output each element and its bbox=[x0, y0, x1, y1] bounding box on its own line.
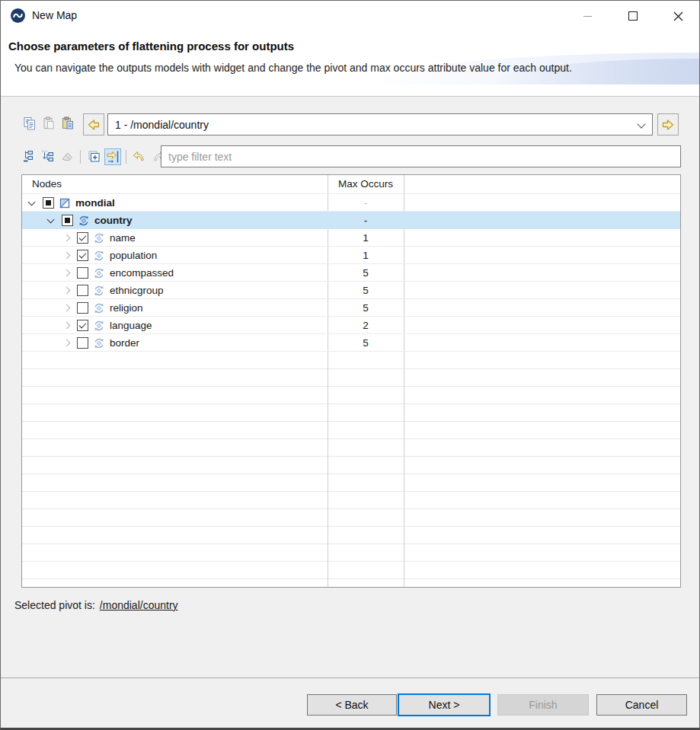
previous-output-arrow-icon bbox=[86, 117, 101, 132]
back-button[interactable]: < Back bbox=[307, 694, 397, 716]
tree-row-label: encompassed bbox=[110, 267, 174, 279]
tree-row-mondial[interactable]: mondial - bbox=[22, 194, 680, 212]
previous-output-button[interactable] bbox=[83, 113, 104, 135]
tree-row-label: mondial bbox=[75, 197, 115, 209]
max-occurs-value[interactable]: 5 bbox=[328, 334, 404, 352]
tree-row-label: ethnicgroup bbox=[110, 285, 164, 296]
table-header: Nodes Max Occurs bbox=[22, 175, 680, 194]
element-icon bbox=[93, 337, 105, 349]
column-header-max-occurs[interactable]: Max Occurs bbox=[328, 178, 404, 190]
expand-all-icon[interactable] bbox=[40, 148, 56, 165]
pivot-link[interactable]: /mondial/country bbox=[100, 599, 178, 611]
element-icon bbox=[93, 320, 105, 332]
empty-rows-area bbox=[22, 352, 680, 587]
checkbox[interactable] bbox=[77, 250, 88, 261]
expander-icon[interactable] bbox=[61, 250, 72, 261]
column-header-nodes[interactable]: Nodes bbox=[32, 178, 62, 190]
window-title: New Map bbox=[32, 9, 77, 21]
sync-selection-icon bbox=[105, 149, 120, 164]
copy-icon[interactable] bbox=[22, 116, 37, 131]
expander-icon[interactable] bbox=[61, 233, 72, 244]
tree-row-label: language bbox=[110, 320, 152, 331]
tree-row-border[interactable]: border 5 bbox=[22, 334, 680, 352]
tree-row-country[interactable]: country - bbox=[22, 212, 680, 229]
checkbox[interactable] bbox=[77, 232, 88, 244]
element-icon bbox=[93, 267, 105, 279]
max-occurs-value[interactable]: 1 bbox=[328, 247, 404, 264]
max-occurs-value[interactable]: 5 bbox=[328, 264, 404, 282]
undo-icon[interactable] bbox=[131, 148, 148, 165]
toolbar-separator bbox=[80, 150, 81, 164]
tree-row-label: country bbox=[94, 215, 133, 226]
next-button[interactable]: Next > bbox=[398, 693, 491, 716]
max-occurs-value[interactable]: 5 bbox=[328, 282, 404, 299]
tree-row-label: border bbox=[110, 337, 139, 349]
expand-node-icon[interactable] bbox=[85, 148, 102, 165]
page-title: Choose parameters of flattening process … bbox=[8, 40, 294, 53]
max-occurs-value[interactable]: - bbox=[328, 212, 404, 229]
wizard-header: Choose parameters of flattening process … bbox=[1, 31, 699, 97]
nodes-tree-table: Nodes Max Occurs mondial - bbox=[21, 174, 681, 588]
expander-icon[interactable] bbox=[46, 215, 56, 226]
expander-icon[interactable] bbox=[61, 268, 72, 279]
tree-row-language[interactable]: language 2 bbox=[22, 317, 680, 334]
sync-selection-toggle[interactable] bbox=[104, 148, 121, 165]
minimize-icon bbox=[583, 16, 592, 17]
checkbox[interactable] bbox=[77, 302, 88, 314]
tree-row-label: name bbox=[110, 232, 136, 244]
next-output-arrow-icon bbox=[660, 117, 676, 132]
max-occurs-value[interactable]: 1 bbox=[328, 229, 404, 247]
toolbar-separator bbox=[126, 150, 126, 164]
tree-row-population[interactable]: population 1 bbox=[22, 247, 680, 264]
paste-structure-icon[interactable] bbox=[60, 116, 75, 131]
finish-button[interactable]: Finish bbox=[497, 694, 589, 716]
cancel-button[interactable]: Cancel bbox=[596, 694, 687, 716]
element-icon bbox=[93, 232, 105, 244]
tree-row-ethnicgroup[interactable]: ethnicgroup 5 bbox=[22, 282, 680, 299]
minimize-button[interactable] bbox=[570, 1, 605, 31]
eraser-icon[interactable] bbox=[59, 148, 75, 165]
next-output-button[interactable] bbox=[657, 113, 679, 135]
paste-icon[interactable] bbox=[41, 116, 56, 131]
expander-icon[interactable] bbox=[27, 198, 37, 209]
tree-row-religion[interactable]: religion 5 bbox=[22, 299, 680, 317]
tree-row-label: religion bbox=[110, 302, 143, 314]
page-description: You can navigate the outputs models with… bbox=[14, 61, 586, 75]
clipboard-toolbar bbox=[22, 116, 75, 131]
checkbox[interactable] bbox=[77, 267, 88, 279]
max-occurs-value[interactable]: 2 bbox=[328, 317, 404, 334]
button-bar-divider bbox=[1, 677, 699, 678]
tree-toolbar bbox=[21, 146, 167, 167]
element-icon bbox=[93, 285, 105, 297]
pivot-element-icon bbox=[78, 215, 90, 227]
tree-row-name[interactable]: name 1 bbox=[22, 229, 680, 247]
collapse-all-icon[interactable] bbox=[21, 148, 37, 165]
checkbox[interactable] bbox=[77, 285, 88, 296]
filter-input[interactable] bbox=[161, 145, 681, 167]
checkbox[interactable] bbox=[62, 215, 73, 226]
checkbox[interactable] bbox=[77, 337, 88, 349]
checkbox[interactable] bbox=[43, 197, 54, 209]
title-bar: New Map bbox=[1, 1, 699, 31]
chevron-down-icon bbox=[638, 121, 645, 128]
expander-icon[interactable] bbox=[61, 320, 72, 331]
checkbox[interactable] bbox=[77, 320, 88, 331]
max-occurs-value[interactable]: 5 bbox=[328, 299, 404, 317]
close-button[interactable] bbox=[660, 1, 695, 31]
maximize-icon bbox=[628, 11, 638, 21]
expander-icon[interactable] bbox=[61, 303, 72, 314]
max-occurs-value[interactable]: - bbox=[328, 194, 404, 212]
element-icon bbox=[93, 302, 105, 314]
pivot-status: Selected pivot is: /mondial/country bbox=[14, 599, 178, 611]
tree-row-label: population bbox=[110, 250, 157, 261]
expander-icon[interactable] bbox=[61, 338, 72, 349]
tree-row-encompassed[interactable]: encompassed 5 bbox=[22, 264, 680, 282]
maximize-button[interactable] bbox=[615, 1, 650, 31]
new-map-dialog: New Map Choose parameters of flattening … bbox=[0, 0, 700, 730]
pivot-label: Selected pivot is: bbox=[14, 599, 95, 611]
schema-icon bbox=[59, 197, 71, 209]
close-icon bbox=[673, 11, 684, 22]
expander-icon[interactable] bbox=[61, 285, 72, 296]
output-selector-combobox[interactable]: 1 - /mondial/country bbox=[107, 113, 653, 135]
output-selector-value: 1 - /mondial/country bbox=[115, 119, 209, 131]
